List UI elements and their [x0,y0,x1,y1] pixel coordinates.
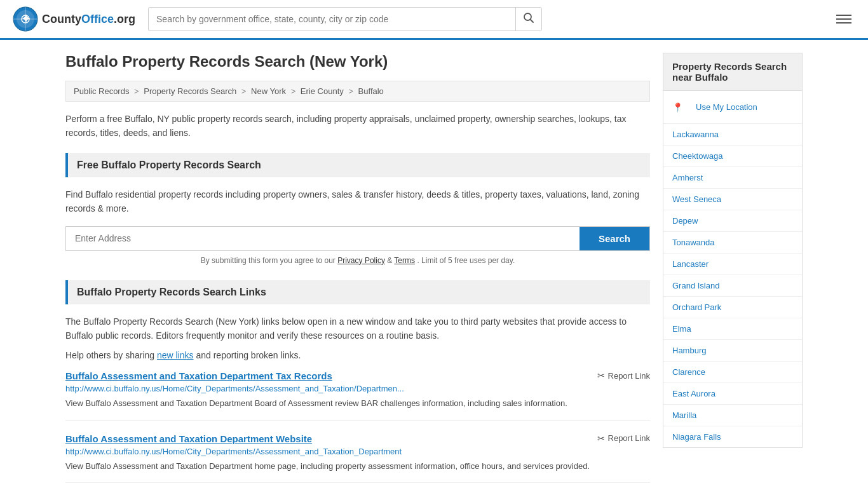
new-links-link[interactable]: new links [157,350,194,360]
sidebar: Property Records Search near Buffalo 📍 U… [663,53,803,488]
free-search-section: Free Buffalo Property Records Search Fin… [65,153,650,265]
sidebar-link-east-aurora[interactable]: East Aurora [663,383,802,404]
breadcrumb-buffalo[interactable]: Buffalo [358,86,384,96]
search-button[interactable]: Search [580,227,649,250]
sidebar-item-tonawanda[interactable]: Tonawanda [663,232,802,254]
record-desc-1: View Buffalo Assessment and Taxation Dep… [65,460,650,473]
breadcrumb-sep-1: > [134,86,141,96]
sidebar-item-depew[interactable]: Depew [663,210,802,232]
free-search-description: Find Buffalo residential property record… [65,187,650,216]
header-search-button[interactable] [515,8,541,30]
records-list: Buffalo Assessment and Taxation Departme… [65,370,650,483]
record-header-1: Buffalo Assessment and Taxation Departme… [65,433,650,444]
disclaimer-limit: . Limit of 5 free uses per day. [417,256,515,265]
sidebar-item-lackawanna[interactable]: Lackawanna [663,124,802,146]
sidebar-link-lancaster[interactable]: Lancaster [663,254,802,274]
logo-icon: ✦ [13,6,38,32]
header-search-input[interactable] [149,9,515,29]
sidebar-link-cheektowaga[interactable]: Cheektowaga [663,146,802,166]
use-location-link[interactable]: Use My Location [687,97,766,118]
report-icon-0: ✂ [597,370,605,381]
sidebar-link-clarence[interactable]: Clarence [663,362,802,383]
record-title-1[interactable]: Buffalo Assessment and Taxation Departme… [65,433,312,444]
report-label-1: Report Link [608,433,650,443]
free-search-heading: Free Buffalo Property Records Search [65,153,650,177]
breadcrumb-property-records-search[interactable]: Property Records Search [144,86,236,96]
sidebar-item-clarence[interactable]: Clarence [663,362,802,383]
breadcrumb-public-records[interactable]: Public Records [74,86,129,96]
sidebar-title: Property Records Search near Buffalo [663,53,803,91]
disclaimer-and: & [387,256,394,265]
sidebar-item-grand-island[interactable]: Grand Island [663,275,802,297]
sidebar-link-niagara-falls[interactable]: Niagara Falls [663,426,802,447]
record-item-0: Buffalo Assessment and Taxation Departme… [65,370,650,421]
sidebar-link-elma[interactable]: Elma [663,318,802,339]
header-search-bar [148,7,542,31]
search-disclaimer: By submitting this form you agree to our… [65,256,650,265]
hamburger-menu-button[interactable] [832,11,855,27]
sidebar-item-cheektowaga[interactable]: Cheektowaga [663,146,802,167]
main-content: Buffalo Property Records Search (New Yor… [65,53,650,488]
magnifier-icon [524,13,534,23]
sidebar-link-marilla[interactable]: Marilla [663,405,802,426]
report-label-0: Report Link [608,371,650,381]
sidebar-link-tonawanda[interactable]: Tonawanda [663,232,802,253]
record-header-0: Buffalo Assessment and Taxation Departme… [65,370,650,381]
sidebar-item-west-seneca[interactable]: West Seneca [663,189,802,210]
share-text: Help others by sharing new links and rep… [65,350,650,360]
sidebar-list: 📍 Use My Location LackawannaCheektowagaA… [663,91,803,448]
links-section: Buffalo Property Records Search Links Th… [65,280,650,484]
links-heading: Buffalo Property Records Search Links [65,280,650,304]
breadcrumb: Public Records > Property Records Search… [65,81,650,102]
links-description: The Buffalo Property Records Search (New… [65,315,650,343]
sidebar-item-orchard-park[interactable]: Orchard Park [663,297,802,318]
intro-description: Perform a free Buffalo, NY public proper… [65,112,650,140]
sidebar-use-location[interactable]: 📍 Use My Location [663,91,802,124]
record-url-1[interactable]: http://www.ci.buffalo.ny.us/Home/City_De… [65,447,650,456]
record-desc-0: View Buffalo Assessment and Taxation Dep… [65,397,650,410]
report-link-1[interactable]: ✂ Report Link [597,433,650,444]
breadcrumb-sep-3: > [291,86,298,96]
report-icon-1: ✂ [597,433,605,444]
location-pin-icon: 📍 [672,102,683,112]
logo-link[interactable]: ✦ CountyOffice.org [13,6,135,32]
sidebar-item-marilla[interactable]: Marilla [663,405,802,426]
logo-text: CountyOffice.org [42,13,135,26]
sidebar-link-amherst[interactable]: Amherst [663,167,802,188]
sidebar-link-depew[interactable]: Depew [663,210,802,231]
page-title: Buffalo Property Records Search (New Yor… [65,53,650,71]
sidebar-item-elma[interactable]: Elma [663,318,802,340]
menu-bar-2 [836,18,851,20]
breadcrumb-sep-2: > [241,86,248,96]
breadcrumb-new-york[interactable]: New York [251,86,286,96]
site-header: ✦ CountyOffice.org [0,0,868,40]
sidebar-item-hamburg[interactable]: Hamburg [663,340,802,362]
sidebar-link-lackawanna[interactable]: Lackawanna [663,124,802,145]
menu-bar-1 [836,15,851,16]
sidebar-link-west-seneca[interactable]: West Seneca [663,189,802,210]
sidebar-item-lancaster[interactable]: Lancaster [663,254,802,275]
sidebar-item-amherst[interactable]: Amherst [663,167,802,189]
sidebar-item-east-aurora[interactable]: East Aurora [663,383,802,405]
breadcrumb-sep-4: > [348,86,355,96]
sidebar-link-hamburg[interactable]: Hamburg [663,340,802,361]
privacy-policy-link[interactable]: Privacy Policy [337,256,385,265]
disclaimer-text: By submitting this form you agree to our [201,256,336,265]
sidebar-link-orchard-park[interactable]: Orchard Park [663,297,802,318]
svg-line-7 [531,20,534,23]
address-search-form: Search [65,226,650,251]
record-url-0[interactable]: http://www.ci.buffalo.ny.us/Home/City_De… [65,384,650,393]
record-title-0[interactable]: Buffalo Assessment and Taxation Departme… [65,370,332,381]
menu-bar-3 [836,22,851,24]
sidebar-link-grand-island[interactable]: Grand Island [663,275,802,296]
breadcrumb-erie-county[interactable]: Erie County [301,86,344,96]
share-prefix: Help others by sharing [65,350,154,360]
report-link-0[interactable]: ✂ Report Link [597,370,650,381]
address-search-input[interactable] [66,227,580,250]
main-layout: Buffalo Property Records Search (New Yor… [53,40,815,488]
reporting-text: and reporting broken links. [196,350,301,360]
terms-link[interactable]: Terms [394,256,415,265]
sidebar-item-niagara-falls[interactable]: Niagara Falls [663,426,802,447]
record-item-1: Buffalo Assessment and Taxation Departme… [65,433,650,484]
